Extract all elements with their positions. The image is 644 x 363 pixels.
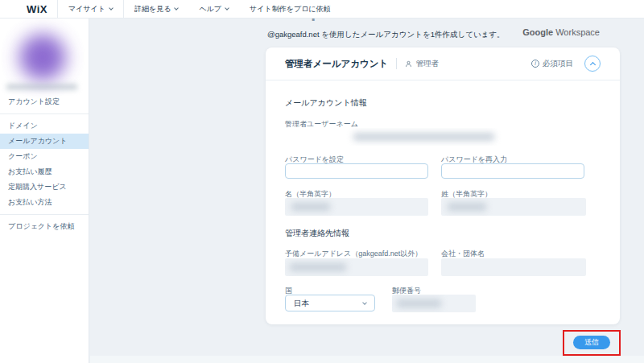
country-select[interactable]: 日本 <box>285 295 375 311</box>
nav-help[interactable]: ヘルプ <box>188 4 239 14</box>
first-name-field-redacted[interactable] <box>285 198 428 216</box>
sidebar-item-hire-project[interactable]: プロジェクトを依頼 <box>0 219 89 234</box>
password-input[interactable] <box>285 163 428 179</box>
send-button[interactable]: 送信 <box>573 336 610 349</box>
admin-mail-account-card: 管理者メールアカウント 管理者 必須項目 メールアカウント情報 管理者ユーザーネ… <box>266 47 620 324</box>
collapse-section-button[interactable] <box>584 56 601 72</box>
role-badge: 管理者 <box>405 59 439 69</box>
account-name-redacted <box>6 84 77 90</box>
nav-hire-pro[interactable]: サイト制作をプロに依頼 <box>239 4 341 14</box>
sidebar-divider <box>0 113 89 114</box>
sidebar-item-payment-history[interactable]: お支払い履歴 <box>0 164 89 179</box>
google-workspace-logo: GoogleWorkspace <box>522 27 600 37</box>
required-fields-note: 必須項目 <box>531 59 573 69</box>
card-title: 管理者メールアカウント <box>285 58 388 70</box>
sidebar-item-mail-accounts[interactable]: メールアカウント <box>0 134 89 149</box>
avatar <box>19 34 66 80</box>
footer-band <box>90 356 644 363</box>
nav-help-label: ヘルプ <box>199 4 221 14</box>
chevron-down-icon <box>175 6 180 10</box>
wix-logo[interactable]: WiX <box>27 3 47 15</box>
backup-email-field-redacted[interactable] <box>285 258 428 276</box>
redacted-value <box>448 203 486 211</box>
chevron-down-icon <box>225 6 229 10</box>
account-info-section-title: メールアカウント情報 <box>285 97 367 109</box>
password-confirm-input[interactable] <box>441 163 584 179</box>
top-nav-bar: WiX マイサイト 詳細を見る ヘルプ サイト制作をプロに依頼 <box>0 0 644 19</box>
sidebar-divider <box>0 214 89 215</box>
sidebar-item-subscriptions[interactable]: 定期購入サービス <box>0 179 89 195</box>
redacted-value <box>290 263 346 271</box>
info-icon <box>531 60 539 68</box>
postal-code-field-redacted[interactable] <box>392 295 476 312</box>
sidebar-item-domains[interactable]: ドメイン <box>0 118 89 134</box>
company-name-field-redacted[interactable] <box>441 258 586 276</box>
nav-explore-label: 詳細を見る <box>134 4 171 14</box>
redacted-value <box>291 203 330 211</box>
country-selected-value: 日本 <box>294 299 309 307</box>
chevron-down-icon <box>362 300 367 305</box>
redacted-value <box>397 299 441 307</box>
last-name-field-redacted[interactable] <box>441 198 586 216</box>
sidebar-item-coupons[interactable]: クーポン <box>0 149 89 164</box>
person-icon <box>405 60 412 68</box>
google-wordmark: Google <box>522 27 553 37</box>
workspace-wordmark: Workspace <box>555 27 600 37</box>
admin-username-field-redacted[interactable] <box>285 128 601 146</box>
chevron-down-icon <box>109 6 114 10</box>
contact-info-section-title: 管理者連絡先情報 <box>285 228 349 239</box>
header-divider <box>396 58 397 69</box>
role-label: 管理者 <box>415 59 439 69</box>
sidebar-item-payment-methods[interactable]: お支払い方法 <box>0 195 89 210</box>
chevron-up-icon <box>589 62 595 68</box>
sidebar-item-account-settings[interactable]: アカウント設定 <box>0 94 89 109</box>
card-header: 管理者メールアカウント 管理者 必須項目 <box>266 47 620 80</box>
nav-hire-pro-label: サイト制作をプロに依頼 <box>250 4 330 14</box>
required-label: 必須項目 <box>543 59 573 69</box>
page-subtitle: @gakgeafd.net を使用したメールアカウントを1件作成しています。 <box>267 30 505 40</box>
nav-explore[interactable]: 詳細を見る <box>124 4 188 14</box>
nav-my-sites[interactable]: マイサイト <box>58 4 123 14</box>
redacted-value <box>353 133 494 141</box>
account-sidebar: アカウント設定 ドメイン メールアカウント クーポン お支払い履歴 定期購入サー… <box>0 19 89 363</box>
sidebar-menu: アカウント設定 ドメイン メールアカウント クーポン お支払い履歴 定期購入サー… <box>0 94 89 234</box>
nav-my-sites-label: マイサイト <box>68 4 105 14</box>
